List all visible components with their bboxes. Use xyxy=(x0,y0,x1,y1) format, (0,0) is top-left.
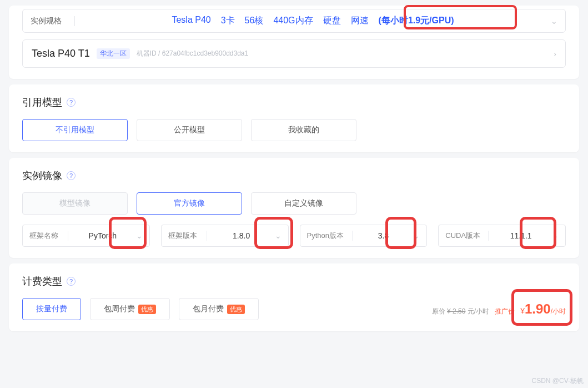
help-icon[interactable]: ? xyxy=(67,98,76,107)
chevron-down-icon: ⌄ xyxy=(413,231,420,240)
tab-custom-image[interactable]: 自定义镜像 xyxy=(251,192,356,215)
chevron-right-icon: › xyxy=(554,49,556,58)
spec-items: Tesla P40 3卡 56核 440G内存 硬盘 网速 (每小时1.9元/G… xyxy=(75,15,551,27)
chevron-down-icon: ⌄ xyxy=(552,231,559,240)
billing-monthly[interactable]: 包月付费 优惠 xyxy=(179,298,259,320)
spec-label: 实例规格 xyxy=(31,16,75,26)
chevron-down-icon: ⌄ xyxy=(136,231,143,240)
select-fw-version-value: 1.8.0 xyxy=(213,231,270,240)
chevron-down-icon: ⌄ xyxy=(275,231,282,240)
tab-model-image[interactable]: 模型镜像 xyxy=(22,192,128,215)
price-area: 原价 ¥ 2.50 元/小时 推广价 ¥1.90/小时 xyxy=(432,301,566,317)
image-panel: 实例镜像 ? 模型镜像 官方镜像 自定义镜像 框架名称 PyTorch ⌄ 框架… xyxy=(9,158,579,258)
spec-row[interactable]: 实例规格 Tesla P40 3卡 56核 440G内存 硬盘 网速 (每小时1… xyxy=(22,9,566,33)
model-ref-title: 引用模型 ? xyxy=(22,96,566,109)
billing-weekly[interactable]: 包周付费 优惠 xyxy=(90,298,170,320)
tab-no-model[interactable]: 不引用模型 xyxy=(22,119,128,141)
promo-label: 推广价 xyxy=(495,307,515,316)
image-title: 实例镜像 ? xyxy=(22,169,566,182)
region-badge: 华北一区 xyxy=(97,48,130,59)
spec-cards: 3卡 xyxy=(221,15,235,27)
tab-official-image[interactable]: 官方镜像 xyxy=(137,192,242,215)
select-python-version[interactable]: Python版本 3.8 ⌄ xyxy=(300,225,428,247)
select-cuda-value: 11.1.1 xyxy=(494,231,547,240)
tab-fav-model[interactable]: 我收藏的 xyxy=(251,119,356,141)
discount-badge: 优惠 xyxy=(138,305,156,314)
select-python-value: 3.8 xyxy=(358,231,409,240)
spec-net: 网速 xyxy=(351,15,369,27)
original-price: 原价 ¥ 2.50 元/小时 xyxy=(432,307,489,316)
machine-id: 机器ID / 627a04fbc1cd3eb900dd3da1 xyxy=(137,49,249,58)
help-icon[interactable]: ? xyxy=(67,277,76,286)
billing-pay-as-you-go[interactable]: 按量付费 xyxy=(22,298,81,320)
spec-disk: 硬盘 xyxy=(323,15,341,27)
promo-price: ¥1.90/小时 xyxy=(520,301,566,317)
discount-badge: 优惠 xyxy=(227,305,245,314)
spec-price: (每小时1.9元/GPU) xyxy=(379,15,454,27)
chevron-down-icon: ⌄ xyxy=(551,17,557,26)
tab-public-model[interactable]: 公开模型 xyxy=(137,119,242,141)
billing-panel: 计费类型 ? 按量付费 包周付费 优惠 包月付费 优惠 原价 ¥ 2.50 元/… xyxy=(9,263,579,331)
billing-title: 计费类型 ? xyxy=(22,275,566,288)
select-framework-value: PyTorch xyxy=(74,231,132,240)
instance-title: Tesla P40 T1 xyxy=(32,48,90,59)
model-ref-panel: 引用模型 ? 不引用模型 公开模型 我收藏的 xyxy=(9,84,579,152)
help-icon[interactable]: ? xyxy=(67,171,76,180)
select-framework[interactable]: 框架名称 PyTorch ⌄ xyxy=(22,225,150,247)
select-fw-version[interactable]: 框架版本 1.8.0 ⌄ xyxy=(161,225,289,247)
spec-cores: 56核 xyxy=(245,15,264,27)
instance-row[interactable]: Tesla P40 T1 华北一区 机器ID / 627a04fbc1cd3eb… xyxy=(22,39,566,68)
spec-gpu: Tesla P40 xyxy=(172,15,210,27)
spec-mem: 440G内存 xyxy=(273,15,313,27)
select-cuda-version[interactable]: CUDA版本 11.1.1 ⌄ xyxy=(438,225,566,247)
